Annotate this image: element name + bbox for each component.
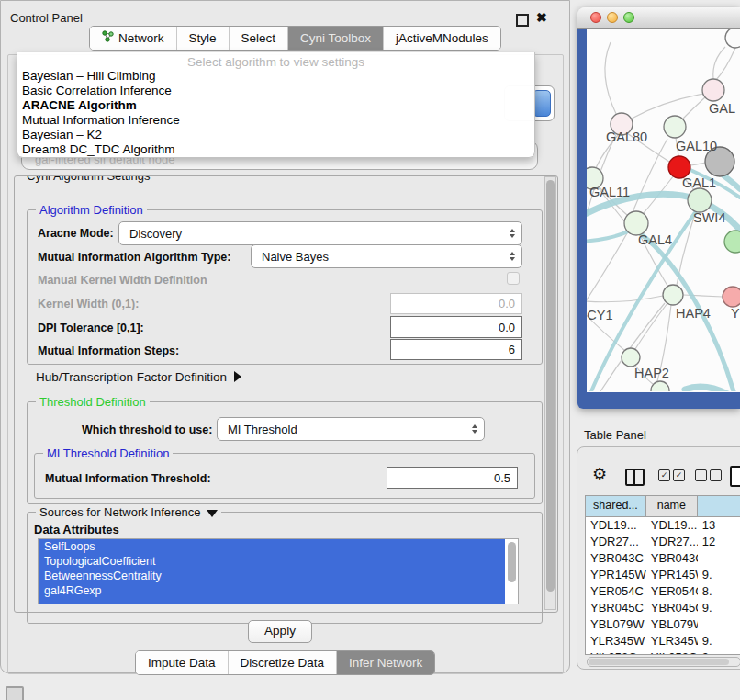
network-node[interactable]: [702, 79, 724, 101]
network-node[interactable]: [622, 348, 640, 367]
attribute-list-item[interactable]: gal4RGexp: [39, 583, 505, 598]
network-node[interactable]: [724, 231, 740, 253]
tab-discretize-data[interactable]: Discretize Data: [228, 651, 337, 674]
gear-icon[interactable]: ⚙: [592, 466, 607, 482]
network-node[interactable]: [723, 287, 740, 307]
algorithm-option[interactable]: Basic Correlation Inference: [17, 84, 534, 98]
tab-network[interactable]: Network: [90, 27, 176, 50]
attributes-scrollbar[interactable]: [507, 541, 517, 600]
tab-impute-data[interactable]: Impute Data: [136, 651, 228, 674]
which-threshold-label: Which threshold to use:: [82, 423, 212, 436]
export-table-icon[interactable]: [730, 466, 740, 487]
node-label: GCY1: [587, 308, 613, 322]
columns-icon[interactable]: [625, 469, 645, 486]
collapse-arrow-icon: [207, 510, 218, 517]
attribute-list-item[interactable]: TopologicalCoefficient: [39, 554, 505, 569]
table-row[interactable]: YPR145WYPR145W9.: [586, 567, 740, 583]
attribute-list-item[interactable]: BetweennessCentrality: [39, 569, 505, 583]
settings-scrollbar[interactable]: [544, 176, 556, 610]
tab-jactivemnodules[interactable]: jActiveMNodules: [383, 27, 500, 50]
tab-cyni-toolbox[interactable]: Cyni Toolbox: [287, 27, 383, 50]
table-row[interactable]: YBL079WYBL079W: [586, 616, 740, 633]
dpi-tolerance-field[interactable]: 0.0: [390, 316, 522, 338]
network-node[interactable]: [725, 29, 740, 48]
minimize-traffic-light[interactable]: [607, 12, 618, 23]
algorithm-option[interactable]: ARACNE Algorithm: [17, 98, 534, 113]
combo-arrows-icon: [472, 424, 477, 434]
close-traffic-light[interactable]: [590, 12, 601, 23]
node-label: GAL4: [638, 232, 672, 247]
column-header-name[interactable]: name: [646, 496, 698, 516]
apply-button[interactable]: Apply: [248, 620, 312, 643]
network-window-frame: GALGAL80GAL10GAL1GAL11SWI4GAL4HAP4YGCY1H…: [577, 29, 740, 409]
attribute-list-item-partial[interactable]: [39, 598, 505, 604]
attribute-list-item[interactable]: SelfLoops: [39, 539, 505, 554]
table-body: YDL19...YDL19...13YDR27...YDR27...12YBR0…: [586, 517, 740, 655]
algorithm-definition-title: Algorithm Definition: [36, 203, 147, 217]
node-label: HAP2: [634, 366, 669, 380]
data-attributes-label: Data Attributes: [34, 523, 119, 536]
node-label: GAL: [709, 101, 735, 116]
panel-title: Control Panel: [10, 11, 83, 25]
data-attributes-list[interactable]: SelfLoopsTopologicalCoefficientBetweenne…: [38, 538, 519, 604]
algorithm-option[interactable]: Bayesian – K2: [17, 128, 534, 142]
network-canvas[interactable]: GALGAL80GAL10GAL1GAL11SWI4GAL4HAP4YGCY1H…: [587, 29, 740, 392]
algorithm-options-list: Bayesian – Hill ClimbingBasic Correlatio…: [17, 69, 534, 157]
popup-header: Select algorithm to view settings: [17, 52, 534, 69]
table-row[interactable]: YDL19...YDL19...13: [586, 517, 740, 534]
tab-select[interactable]: Select: [229, 27, 288, 50]
mi-steps-field[interactable]: 6: [390, 339, 522, 360]
algorithm-option[interactable]: Mutual Information Inference: [17, 113, 534, 128]
unchecked-checkbox-icon[interactable]: [710, 469, 722, 481]
control-panel-window: Control Panel ✖ Network Style: [0, 0, 570, 673]
combo-spinner-focused[interactable]: [533, 90, 551, 117]
algorithm-option[interactable]: Dream8 DC_TDC Algorithm: [17, 142, 534, 157]
node-label: GAL10: [676, 139, 717, 153]
control-panel-tabbar: Network Style Select Cyni Toolbox jActiv…: [89, 26, 501, 51]
hub-definition-label: Hub/Transcription Factor Definition: [36, 370, 227, 384]
mi-threshold-field[interactable]: 0.5: [387, 467, 518, 489]
table-row[interactable]: YBR045CYBR045C9.: [586, 600, 740, 616]
table-row[interactable]: YBR043CYBR043C: [586, 550, 740, 567]
collapsed-panel-button[interactable]: [6, 686, 24, 700]
tab-label: Network: [118, 27, 164, 50]
mi-steps-label: Mutual Information Steps:: [38, 344, 179, 357]
column-header-cut[interactable]: [698, 496, 740, 516]
kernel-width-field[interactable]: 0.0: [390, 293, 522, 314]
close-icon[interactable]: ✖: [536, 10, 547, 25]
table-row[interactable]: YER054CYER054C8.: [586, 583, 740, 600]
algorithm-option[interactable]: Bayesian – Hill Climbing: [17, 69, 534, 84]
network-node[interactable]: [663, 285, 683, 305]
node-label: Y: [731, 306, 740, 321]
manual-kernel-width-checkbox[interactable]: [507, 272, 520, 285]
mi-threshold-definition-title: MI Threshold Definition: [43, 446, 173, 460]
float-window-icon[interactable]: [516, 14, 529, 27]
mi-algorithm-type-combo[interactable]: Naive Bayes: [251, 244, 522, 268]
node-label: SWI4: [693, 210, 725, 225]
network-node[interactable]: [688, 188, 712, 212]
network-window-titlebar[interactable]: [577, 7, 740, 29]
network-node[interactable]: [651, 381, 669, 391]
node-label: HAP4: [676, 306, 711, 321]
table-row[interactable]: YIL052CYIL052C9.: [586, 649, 740, 655]
checked-checkbox-icon[interactable]: ✓: [673, 469, 685, 481]
unchecked-checkbox-icon[interactable]: [695, 469, 707, 481]
sources-group-title[interactable]: Sources for Network Inference: [36, 505, 221, 519]
aracne-mode-combo[interactable]: Discovery: [118, 221, 522, 245]
node-label: GAL80: [606, 130, 647, 144]
tab-style[interactable]: Style: [176, 27, 229, 50]
bottom-tabbar: Impute Data Discretize Data Infer Networ…: [135, 650, 435, 675]
checked-checkbox-icon[interactable]: ✓: [658, 469, 670, 481]
tab-infer-network[interactable]: Infer Network: [336, 651, 434, 674]
algorithm-dropdown-popup: Select algorithm to view settings Bayesi…: [17, 52, 535, 158]
network-node[interactable]: [664, 116, 686, 138]
zoom-traffic-light[interactable]: [623, 12, 634, 23]
table-horizontal-scrollbar[interactable]: [587, 657, 740, 667]
node-label: GAL1: [682, 175, 716, 190]
mi-algorithm-type-label: Mutual Information Algorithm Type:: [38, 251, 230, 264]
column-header-shared-name[interactable]: shared...: [586, 496, 646, 516]
table-row[interactable]: YLR345WYLR345W9.: [586, 633, 740, 649]
table-row[interactable]: YDR27...YDR27...12: [586, 534, 740, 550]
hub-definition-expander[interactable]: Hub/Transcription Factor Definition: [36, 370, 241, 384]
which-threshold-combo[interactable]: MI Threshold: [217, 417, 485, 441]
